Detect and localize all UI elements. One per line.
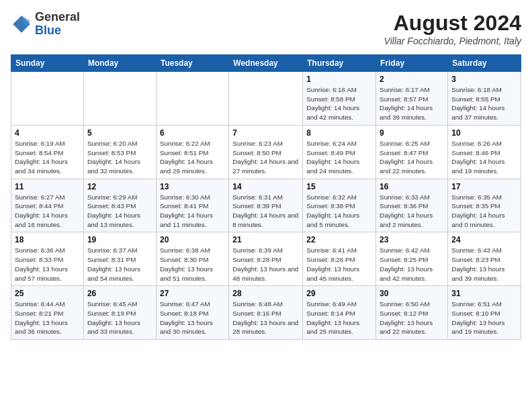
calendar-cell: 15Sunrise: 6:32 AM Sunset: 8:38 PM Dayli…	[303, 179, 376, 232]
day-number: 14	[232, 182, 299, 191]
day-number: 27	[160, 289, 225, 298]
day-info: Sunrise: 6:48 AM Sunset: 8:16 PM Dayligh…	[232, 300, 299, 336]
calendar-week-1: 1Sunrise: 6:16 AM Sunset: 8:58 PM Daylig…	[11, 72, 521, 126]
calendar-cell: 17Sunrise: 6:35 AM Sunset: 8:35 PM Dayli…	[448, 179, 521, 232]
calendar-cell	[229, 72, 303, 126]
calendar-cell: 6Sunrise: 6:22 AM Sunset: 8:51 PM Daylig…	[156, 125, 228, 179]
day-number: 28	[232, 289, 299, 298]
logo: General Blue	[11, 11, 80, 38]
calendar-cell: 11Sunrise: 6:27 AM Sunset: 8:44 PM Dayli…	[11, 179, 84, 232]
calendar-cell: 14Sunrise: 6:31 AM Sunset: 8:39 PM Dayli…	[229, 179, 303, 232]
day-number: 8	[306, 128, 372, 138]
day-info: Sunrise: 6:50 AM Sunset: 8:12 PM Dayligh…	[380, 300, 444, 336]
logo-general: General	[35, 11, 80, 24]
calendar-cell: 28Sunrise: 6:48 AM Sunset: 8:16 PM Dayli…	[229, 286, 303, 340]
day-number: 21	[232, 235, 299, 244]
day-info: Sunrise: 6:29 AM Sunset: 8:43 PM Dayligh…	[87, 193, 152, 230]
day-number: 31	[451, 289, 517, 298]
calendar-table: SundayMondayTuesdayWednesdayThursdayFrid…	[11, 54, 521, 340]
calendar-cell: 5Sunrise: 6:20 AM Sunset: 8:53 PM Daylig…	[83, 125, 156, 179]
day-number: 2	[380, 75, 444, 84]
calendar-cell: 12Sunrise: 6:29 AM Sunset: 8:43 PM Dayli…	[83, 179, 156, 232]
day-info: Sunrise: 6:43 AM Sunset: 8:23 PM Dayligh…	[451, 246, 517, 283]
calendar-cell: 22Sunrise: 6:41 AM Sunset: 8:26 PM Dayli…	[303, 232, 376, 286]
calendar-cell: 20Sunrise: 6:38 AM Sunset: 8:30 PM Dayli…	[156, 232, 228, 286]
day-info: Sunrise: 6:20 AM Sunset: 8:53 PM Dayligh…	[87, 139, 152, 176]
calendar-cell: 23Sunrise: 6:42 AM Sunset: 8:25 PM Dayli…	[376, 232, 448, 286]
logo-text: General Blue	[35, 11, 80, 38]
calendar-cell: 9Sunrise: 6:25 AM Sunset: 8:47 PM Daylig…	[376, 125, 448, 179]
day-number: 7	[232, 128, 299, 138]
day-info: Sunrise: 6:44 AM Sunset: 8:21 PM Dayligh…	[15, 300, 80, 336]
weekday-header-row: SundayMondayTuesdayWednesdayThursdayFrid…	[11, 55, 521, 72]
day-number: 30	[380, 289, 444, 298]
calendar-cell: 26Sunrise: 6:45 AM Sunset: 8:19 PM Dayli…	[83, 286, 156, 340]
calendar-week-5: 25Sunrise: 6:44 AM Sunset: 8:21 PM Dayli…	[11, 286, 521, 340]
day-info: Sunrise: 6:18 AM Sunset: 8:55 PM Dayligh…	[451, 85, 517, 122]
day-number: 15	[306, 182, 372, 191]
day-info: Sunrise: 6:27 AM Sunset: 8:44 PM Dayligh…	[15, 193, 80, 230]
day-number: 19	[87, 235, 152, 244]
day-info: Sunrise: 6:38 AM Sunset: 8:30 PM Dayligh…	[160, 246, 225, 283]
calendar-cell: 31Sunrise: 6:51 AM Sunset: 8:10 PM Dayli…	[448, 286, 521, 340]
day-info: Sunrise: 6:17 AM Sunset: 8:57 PM Dayligh…	[380, 85, 444, 122]
day-number: 16	[380, 182, 444, 191]
weekday-header-sunday: Sunday	[11, 55, 84, 72]
calendar-cell: 30Sunrise: 6:50 AM Sunset: 8:12 PM Dayli…	[376, 286, 448, 340]
day-number: 23	[380, 235, 444, 244]
day-info: Sunrise: 6:32 AM Sunset: 8:38 PM Dayligh…	[306, 193, 372, 230]
day-number: 6	[160, 128, 225, 138]
day-info: Sunrise: 6:26 AM Sunset: 8:46 PM Dayligh…	[451, 139, 517, 176]
day-info: Sunrise: 6:19 AM Sunset: 8:54 PM Dayligh…	[15, 139, 80, 176]
day-number: 9	[380, 128, 444, 138]
day-info: Sunrise: 6:25 AM Sunset: 8:47 PM Dayligh…	[380, 139, 444, 176]
calendar-week-3: 11Sunrise: 6:27 AM Sunset: 8:44 PM Dayli…	[11, 179, 521, 232]
calendar-cell: 27Sunrise: 6:47 AM Sunset: 8:18 PM Dayli…	[156, 286, 228, 340]
day-number: 11	[15, 182, 80, 191]
day-number: 24	[451, 235, 517, 244]
calendar-cell: 29Sunrise: 6:49 AM Sunset: 8:14 PM Dayli…	[303, 286, 376, 340]
logo-icon	[11, 13, 32, 35]
calendar-cell	[83, 72, 156, 126]
calendar-cell: 24Sunrise: 6:43 AM Sunset: 8:23 PM Dayli…	[448, 232, 521, 286]
day-number: 1	[306, 75, 372, 84]
day-info: Sunrise: 6:39 AM Sunset: 8:28 PM Dayligh…	[232, 246, 299, 283]
day-info: Sunrise: 6:37 AM Sunset: 8:31 PM Dayligh…	[87, 246, 152, 283]
month-year: August 2024	[384, 11, 521, 36]
day-number: 18	[15, 235, 80, 244]
title-block: August 2024 Villar Focchiardo, Piedmont,…	[384, 11, 521, 46]
day-info: Sunrise: 6:41 AM Sunset: 8:26 PM Dayligh…	[306, 246, 372, 283]
page-header: General Blue August 2024 Villar Focchiar…	[11, 11, 521, 46]
day-info: Sunrise: 6:16 AM Sunset: 8:58 PM Dayligh…	[306, 85, 372, 122]
calendar-cell: 4Sunrise: 6:19 AM Sunset: 8:54 PM Daylig…	[11, 125, 84, 179]
calendar-cell: 21Sunrise: 6:39 AM Sunset: 8:28 PM Dayli…	[229, 232, 303, 286]
day-number: 26	[87, 289, 152, 298]
day-number: 5	[87, 128, 152, 138]
calendar-cell: 16Sunrise: 6:33 AM Sunset: 8:36 PM Dayli…	[376, 179, 448, 232]
day-info: Sunrise: 6:42 AM Sunset: 8:25 PM Dayligh…	[380, 246, 444, 283]
day-info: Sunrise: 6:30 AM Sunset: 8:41 PM Dayligh…	[160, 193, 225, 230]
day-info: Sunrise: 6:49 AM Sunset: 8:14 PM Dayligh…	[306, 300, 372, 336]
day-info: Sunrise: 6:47 AM Sunset: 8:18 PM Dayligh…	[160, 300, 225, 336]
calendar-cell: 1Sunrise: 6:16 AM Sunset: 8:58 PM Daylig…	[303, 72, 376, 126]
location: Villar Focchiardo, Piedmont, Italy	[384, 36, 521, 46]
logo-blue: Blue	[35, 24, 80, 38]
weekday-header-wednesday: Wednesday	[229, 55, 303, 72]
weekday-header-monday: Monday	[83, 55, 156, 72]
day-info: Sunrise: 6:51 AM Sunset: 8:10 PM Dayligh…	[451, 300, 517, 336]
calendar-week-2: 4Sunrise: 6:19 AM Sunset: 8:54 PM Daylig…	[11, 125, 521, 179]
day-number: 17	[451, 182, 517, 191]
day-info: Sunrise: 6:36 AM Sunset: 8:33 PM Dayligh…	[15, 246, 80, 283]
day-info: Sunrise: 6:22 AM Sunset: 8:51 PM Dayligh…	[160, 139, 225, 176]
day-number: 3	[451, 75, 517, 84]
day-number: 20	[160, 235, 225, 244]
day-info: Sunrise: 6:31 AM Sunset: 8:39 PM Dayligh…	[232, 193, 299, 230]
calendar-cell: 10Sunrise: 6:26 AM Sunset: 8:46 PM Dayli…	[448, 125, 521, 179]
calendar-cell	[156, 72, 228, 126]
day-info: Sunrise: 6:24 AM Sunset: 8:49 PM Dayligh…	[306, 139, 372, 176]
calendar-cell	[11, 72, 84, 126]
calendar-header: SundayMondayTuesdayWednesdayThursdayFrid…	[11, 55, 521, 72]
day-info: Sunrise: 6:45 AM Sunset: 8:19 PM Dayligh…	[87, 300, 152, 336]
calendar-cell: 7Sunrise: 6:23 AM Sunset: 8:50 PM Daylig…	[229, 125, 303, 179]
weekday-header-saturday: Saturday	[448, 55, 521, 72]
